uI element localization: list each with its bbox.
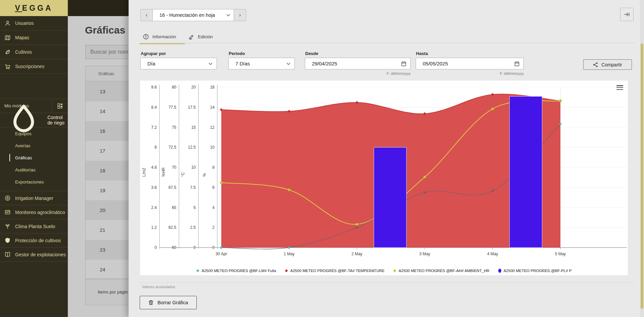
prev-chart-button[interactable]: ‹	[141, 9, 152, 21]
share-button[interactable]: Compartir	[583, 59, 632, 70]
sidebar-item-irrigation-manager[interactable]: Irrigation Manager	[0, 191, 68, 205]
legend-marker-icon	[196, 269, 199, 272]
svg-text:12.5: 12.5	[188, 145, 196, 150]
svg-text:20: 20	[191, 85, 196, 90]
svg-text:2.4: 2.4	[151, 205, 157, 210]
sidebar: VEGGA Usuarios Mapas Cultivos Suscripcio…	[0, 0, 68, 317]
svg-text:6: 6	[212, 185, 215, 190]
legend-label: A2500 METEO PROGRÉS @BF-AH# AMBIENT_HR	[399, 269, 490, 273]
svg-text:10: 10	[210, 145, 215, 150]
tab-label: Edición	[198, 34, 213, 39]
from-date-input[interactable]: 29/04/2025	[305, 58, 411, 69]
sidebar-item-equipos[interactable]: Equipos	[0, 127, 68, 140]
group-by-value: Día	[147, 61, 209, 66]
svg-text:2 May: 2 May	[352, 252, 363, 256]
next-chart-button[interactable]: ›	[234, 9, 246, 21]
sub-item-label: Exportaciones	[15, 179, 44, 184]
collapse-panel-button[interactable]	[620, 8, 634, 21]
monitoring-icon	[4, 209, 11, 215]
sidebar-item-mapas[interactable]: Mapas	[0, 31, 68, 45]
svg-text:1.2: 1.2	[151, 225, 157, 230]
to-date-input[interactable]: 05/05/2025	[416, 58, 524, 69]
svg-text:15: 15	[191, 125, 196, 130]
sidebar-item-label: Clima Planta Suelo	[15, 224, 55, 229]
svg-text:17.5: 17.5	[188, 105, 196, 110]
delete-chart-button[interactable]: Borrar Gráfica	[140, 296, 197, 309]
tabs: Información Edición	[139, 30, 222, 43]
chart-select-value: 16 - Humectación en hoja	[159, 12, 226, 18]
legend-item[interactable]: A2500 METEO PROGRÉS @BF-TA# TEMPERATURE	[285, 269, 384, 273]
sidebar-item-monitoreo-agroclimatico[interactable]: Monitoreo agroclimático	[0, 205, 68, 219]
chevron-down-icon	[226, 14, 230, 16]
sidebar-item-suscripciones[interactable]: Suscripciones	[0, 59, 68, 74]
sidebar-item-auditorias[interactable]: Auditorías	[0, 164, 68, 176]
svg-text:9.6: 9.6	[151, 85, 157, 90]
sub-item-label: Auditorías	[15, 167, 36, 172]
sidebar-item-cultivos[interactable]: Cultivos	[0, 45, 68, 59]
svg-text:5: 5	[193, 205, 196, 210]
legend-marker-icon	[285, 269, 288, 272]
svg-text:65: 65	[172, 205, 177, 210]
legend-marker-icon	[393, 269, 396, 272]
grid-icon	[57, 103, 63, 109]
sidebar-spacer	[0, 74, 68, 99]
delete-chart-label: Borrar Gráfica	[157, 300, 188, 305]
svg-text:77.5: 77.5	[169, 105, 177, 110]
svg-text:5 May: 5 May	[555, 252, 566, 256]
legend-label: A2500 METEO PROGRÉS @BF-LM# Fulla	[202, 269, 276, 273]
chevron-down-icon	[209, 62, 213, 65]
sidebar-item-usuarios[interactable]: Usuarios	[0, 16, 68, 31]
legend-label: A2500 METEO PROGRÉS @BF-PL# P	[504, 269, 572, 273]
svg-text:12: 12	[210, 125, 215, 130]
svg-text:30 Apr: 30 Apr	[216, 252, 227, 256]
sidebar-item-exportaciones[interactable]: Exportaciones	[0, 176, 68, 188]
tab-edicion[interactable]: Edición	[185, 30, 222, 43]
sidebar-item-clima-planta-suelo[interactable]: Clima Planta Suelo	[0, 219, 68, 233]
period-select[interactable]: 7 Días	[228, 58, 295, 69]
scrollbar-thumb[interactable]	[641, 44, 643, 309]
svg-text:3 May: 3 May	[419, 252, 430, 256]
chart-menu-icon[interactable]	[616, 85, 623, 90]
svg-text:1 May: 1 May	[284, 252, 295, 256]
to-date-value: 05/05/2025	[423, 61, 514, 66]
sidebar-item-label: Suscripciones	[15, 64, 44, 69]
group-by-select[interactable]: Día	[140, 58, 217, 69]
info-icon	[143, 34, 149, 40]
chart-select-dropdown[interactable]: 16 - Humectación en hoja	[152, 9, 234, 21]
svg-text:3.6: 3.6	[151, 185, 157, 190]
trash-icon	[148, 300, 153, 305]
svg-text:L/m2: L/m2	[142, 168, 146, 177]
irrigation-manager-icon	[4, 195, 11, 201]
svg-text:14: 14	[210, 105, 215, 110]
sidebar-item-label: Protección de cultivos	[15, 238, 61, 243]
modules-grid-button[interactable]	[52, 99, 68, 113]
sidebar-item-averias[interactable]: Averías	[0, 140, 68, 152]
cart-icon	[4, 63, 11, 70]
chart-plot[interactable]: 9.68.47.264.83.62.41.20L/m28077.57572.57…	[140, 83, 629, 266]
legend-label: A2500 METEO PROGRÉS @BF-TA# TEMPERATURE	[290, 269, 384, 273]
svg-text:4 May: 4 May	[487, 252, 498, 256]
brand-logo-text: VEGGA	[15, 4, 53, 13]
brand-logo[interactable]: VEGGA	[0, 0, 68, 16]
svg-text:10: 10	[191, 165, 196, 170]
tab-informacion[interactable]: Información	[139, 30, 185, 43]
svg-text:80: 80	[172, 85, 177, 90]
leaf-icon	[4, 49, 11, 55]
legend-item[interactable]: A2500 METEO PROGRÉS @BF-PL# P	[498, 269, 572, 273]
sidebar-item-proteccion-de-cultivos[interactable]: Protección de cultivos	[0, 233, 68, 248]
sidebar-item-graficas[interactable]: Gráficas	[0, 152, 68, 164]
page-scrollbar[interactable]	[640, 0, 644, 317]
sidebar-item-gestor-de-explotaciones[interactable]: Gestor de explotaciones	[0, 248, 68, 262]
legend-marker-icon	[498, 269, 501, 273]
legend-item[interactable]: A2500 METEO PROGRÉS @BF-LM# Fulla	[196, 269, 276, 273]
sidebar-item-label: Mapas	[15, 35, 29, 40]
svg-text:4.8: 4.8	[151, 165, 157, 170]
chevron-down-icon	[286, 62, 290, 65]
main-panel: ‹ 16 - Humectación en hoja › Información…	[129, 0, 640, 317]
svg-text:8.4: 8.4	[151, 105, 157, 110]
legend-item[interactable]: A2500 METEO PROGRÉS @BF-AH# AMBIENT_HR	[393, 269, 490, 273]
sidebar-section-control-de-riego[interactable]: Control de riego	[0, 113, 68, 127]
user-icon	[4, 20, 11, 27]
svg-text:7.2: 7.2	[151, 125, 157, 130]
chart-legend: A2500 METEO PROGRÉS @BF-LM# FullaA2500 M…	[140, 269, 628, 273]
